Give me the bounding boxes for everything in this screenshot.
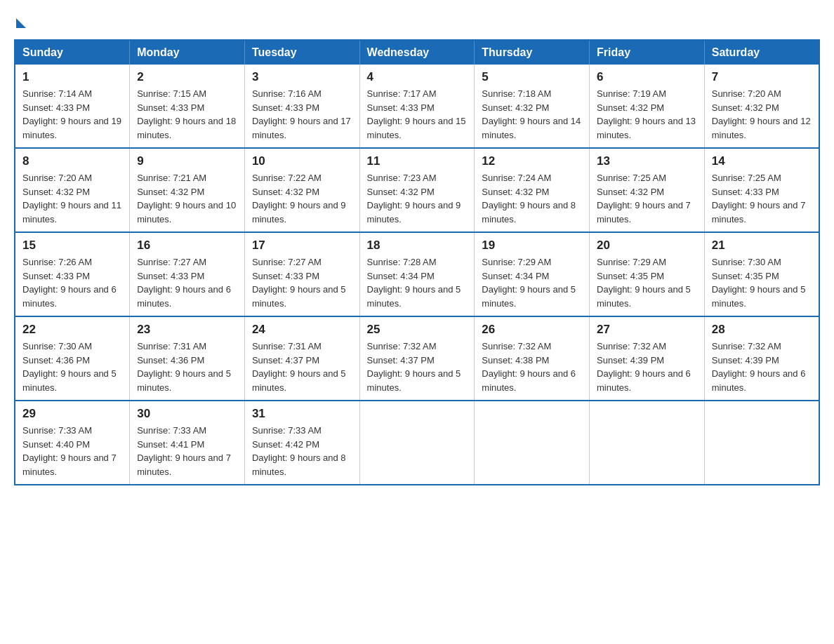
day-number: 13 bbox=[597, 154, 697, 168]
calendar-cell: 5 Sunrise: 7:18 AM Sunset: 4:32 PM Dayli… bbox=[475, 65, 590, 148]
calendar-cell bbox=[590, 401, 705, 485]
calendar-cell bbox=[704, 401, 819, 485]
day-of-week-header-tuesday: Tuesday bbox=[244, 40, 359, 65]
calendar-cell: 30 Sunrise: 7:33 AM Sunset: 4:41 PM Dayl… bbox=[130, 401, 245, 485]
day-of-week-header-wednesday: Wednesday bbox=[359, 40, 475, 65]
calendar-cell: 21 Sunrise: 7:30 AM Sunset: 4:35 PM Dayl… bbox=[704, 232, 819, 316]
day-number: 15 bbox=[22, 239, 122, 253]
day-info: Sunrise: 7:17 AM Sunset: 4:33 PM Dayligh… bbox=[367, 87, 468, 142]
calendar-cell: 25 Sunrise: 7:32 AM Sunset: 4:37 PM Dayl… bbox=[359, 316, 475, 401]
day-info: Sunrise: 7:30 AM Sunset: 4:36 PM Dayligh… bbox=[22, 340, 122, 394]
day-info: Sunrise: 7:26 AM Sunset: 4:33 PM Dayligh… bbox=[22, 255, 122, 310]
day-number: 11 bbox=[367, 154, 468, 168]
day-info: Sunrise: 7:23 AM Sunset: 4:32 PM Dayligh… bbox=[367, 171, 468, 226]
day-info: Sunrise: 7:14 AM Sunset: 4:33 PM Dayligh… bbox=[22, 87, 122, 142]
day-number: 28 bbox=[712, 323, 812, 337]
calendar-cell: 31 Sunrise: 7:33 AM Sunset: 4:42 PM Dayl… bbox=[244, 401, 359, 485]
calendar-cell: 14 Sunrise: 7:25 AM Sunset: 4:33 PM Dayl… bbox=[704, 148, 819, 232]
day-number: 25 bbox=[367, 323, 468, 337]
day-info: Sunrise: 7:33 AM Sunset: 4:41 PM Dayligh… bbox=[137, 424, 237, 478]
calendar-week-row: 29 Sunrise: 7:33 AM Sunset: 4:40 PM Dayl… bbox=[15, 401, 819, 485]
day-of-week-header-thursday: Thursday bbox=[475, 40, 590, 65]
day-number: 19 bbox=[482, 239, 582, 253]
day-number: 26 bbox=[482, 323, 582, 337]
day-number: 5 bbox=[482, 70, 582, 84]
day-number: 9 bbox=[137, 154, 237, 168]
day-info: Sunrise: 7:32 AM Sunset: 4:39 PM Dayligh… bbox=[597, 340, 697, 394]
day-number: 29 bbox=[22, 407, 122, 421]
day-info: Sunrise: 7:19 AM Sunset: 4:32 PM Dayligh… bbox=[597, 87, 697, 142]
calendar-cell: 24 Sunrise: 7:31 AM Sunset: 4:37 PM Dayl… bbox=[244, 316, 359, 401]
day-info: Sunrise: 7:33 AM Sunset: 4:42 PM Dayligh… bbox=[252, 424, 352, 478]
day-of-week-header-sunday: Sunday bbox=[15, 40, 130, 65]
day-info: Sunrise: 7:33 AM Sunset: 4:40 PM Dayligh… bbox=[22, 424, 122, 478]
logo-arrow-icon bbox=[16, 18, 26, 28]
calendar-cell: 12 Sunrise: 7:24 AM Sunset: 4:32 PM Dayl… bbox=[475, 148, 590, 232]
calendar-cell bbox=[359, 401, 475, 485]
day-of-week-header-monday: Monday bbox=[130, 40, 245, 65]
day-of-week-header-friday: Friday bbox=[590, 40, 705, 65]
calendar-week-row: 1 Sunrise: 7:14 AM Sunset: 4:33 PM Dayli… bbox=[15, 65, 819, 148]
calendar-cell: 19 Sunrise: 7:29 AM Sunset: 4:34 PM Dayl… bbox=[475, 232, 590, 316]
day-info: Sunrise: 7:29 AM Sunset: 4:35 PM Dayligh… bbox=[597, 255, 697, 310]
calendar-cell: 16 Sunrise: 7:27 AM Sunset: 4:33 PM Dayl… bbox=[130, 232, 245, 316]
day-info: Sunrise: 7:25 AM Sunset: 4:32 PM Dayligh… bbox=[597, 171, 697, 226]
day-number: 4 bbox=[367, 70, 468, 84]
day-number: 12 bbox=[482, 154, 582, 168]
page-header bbox=[14, 14, 820, 25]
day-info: Sunrise: 7:16 AM Sunset: 4:33 PM Dayligh… bbox=[252, 87, 352, 142]
calendar-cell: 8 Sunrise: 7:20 AM Sunset: 4:32 PM Dayli… bbox=[15, 148, 130, 232]
calendar-cell: 10 Sunrise: 7:22 AM Sunset: 4:32 PM Dayl… bbox=[244, 148, 359, 232]
calendar-cell: 9 Sunrise: 7:21 AM Sunset: 4:32 PM Dayli… bbox=[130, 148, 245, 232]
day-info: Sunrise: 7:32 AM Sunset: 4:39 PM Dayligh… bbox=[712, 340, 812, 394]
calendar-week-row: 22 Sunrise: 7:30 AM Sunset: 4:36 PM Dayl… bbox=[15, 316, 819, 401]
day-number: 18 bbox=[367, 239, 468, 253]
day-number: 21 bbox=[712, 239, 812, 253]
day-info: Sunrise: 7:30 AM Sunset: 4:35 PM Dayligh… bbox=[712, 255, 812, 310]
day-number: 30 bbox=[137, 407, 237, 421]
calendar-header-row: SundayMondayTuesdayWednesdayThursdayFrid… bbox=[15, 40, 819, 65]
calendar-cell: 3 Sunrise: 7:16 AM Sunset: 4:33 PM Dayli… bbox=[244, 65, 359, 148]
day-info: Sunrise: 7:22 AM Sunset: 4:32 PM Dayligh… bbox=[252, 171, 352, 226]
day-info: Sunrise: 7:27 AM Sunset: 4:33 PM Dayligh… bbox=[137, 255, 237, 310]
day-info: Sunrise: 7:20 AM Sunset: 4:32 PM Dayligh… bbox=[712, 87, 812, 142]
day-of-week-header-saturday: Saturday bbox=[704, 40, 819, 65]
day-info: Sunrise: 7:32 AM Sunset: 4:37 PM Dayligh… bbox=[367, 340, 468, 394]
calendar-cell: 17 Sunrise: 7:27 AM Sunset: 4:33 PM Dayl… bbox=[244, 232, 359, 316]
day-info: Sunrise: 7:29 AM Sunset: 4:34 PM Dayligh… bbox=[482, 255, 582, 310]
day-number: 2 bbox=[137, 70, 237, 84]
day-number: 23 bbox=[137, 323, 237, 337]
calendar-cell: 27 Sunrise: 7:32 AM Sunset: 4:39 PM Dayl… bbox=[590, 316, 705, 401]
day-number: 17 bbox=[252, 239, 352, 253]
day-number: 6 bbox=[597, 70, 697, 84]
day-number: 27 bbox=[597, 323, 697, 337]
day-number: 8 bbox=[22, 154, 122, 168]
calendar-week-row: 8 Sunrise: 7:20 AM Sunset: 4:32 PM Dayli… bbox=[15, 148, 819, 232]
calendar-cell: 22 Sunrise: 7:30 AM Sunset: 4:36 PM Dayl… bbox=[15, 316, 130, 401]
calendar-cell: 6 Sunrise: 7:19 AM Sunset: 4:32 PM Dayli… bbox=[590, 65, 705, 148]
calendar-cell: 26 Sunrise: 7:32 AM Sunset: 4:38 PM Dayl… bbox=[475, 316, 590, 401]
day-number: 24 bbox=[252, 323, 352, 337]
calendar-cell: 15 Sunrise: 7:26 AM Sunset: 4:33 PM Dayl… bbox=[15, 232, 130, 316]
day-number: 20 bbox=[597, 239, 697, 253]
day-info: Sunrise: 7:28 AM Sunset: 4:34 PM Dayligh… bbox=[367, 255, 468, 310]
logo bbox=[14, 14, 26, 25]
calendar-table: SundayMondayTuesdayWednesdayThursdayFrid… bbox=[14, 39, 820, 485]
day-number: 7 bbox=[712, 70, 812, 84]
day-info: Sunrise: 7:15 AM Sunset: 4:33 PM Dayligh… bbox=[137, 87, 237, 142]
calendar-cell: 2 Sunrise: 7:15 AM Sunset: 4:33 PM Dayli… bbox=[130, 65, 245, 148]
day-info: Sunrise: 7:21 AM Sunset: 4:32 PM Dayligh… bbox=[137, 171, 237, 226]
day-number: 22 bbox=[22, 323, 122, 337]
calendar-cell: 18 Sunrise: 7:28 AM Sunset: 4:34 PM Dayl… bbox=[359, 232, 475, 316]
day-info: Sunrise: 7:25 AM Sunset: 4:33 PM Dayligh… bbox=[712, 171, 812, 226]
day-number: 1 bbox=[22, 70, 122, 84]
day-info: Sunrise: 7:18 AM Sunset: 4:32 PM Dayligh… bbox=[482, 87, 582, 142]
calendar-week-row: 15 Sunrise: 7:26 AM Sunset: 4:33 PM Dayl… bbox=[15, 232, 819, 316]
calendar-cell: 1 Sunrise: 7:14 AM Sunset: 4:33 PM Dayli… bbox=[15, 65, 130, 148]
calendar-cell: 11 Sunrise: 7:23 AM Sunset: 4:32 PM Dayl… bbox=[359, 148, 475, 232]
calendar-cell: 29 Sunrise: 7:33 AM Sunset: 4:40 PM Dayl… bbox=[15, 401, 130, 485]
calendar-cell: 4 Sunrise: 7:17 AM Sunset: 4:33 PM Dayli… bbox=[359, 65, 475, 148]
calendar-cell bbox=[475, 401, 590, 485]
day-info: Sunrise: 7:32 AM Sunset: 4:38 PM Dayligh… bbox=[482, 340, 582, 394]
day-info: Sunrise: 7:31 AM Sunset: 4:37 PM Dayligh… bbox=[252, 340, 352, 394]
